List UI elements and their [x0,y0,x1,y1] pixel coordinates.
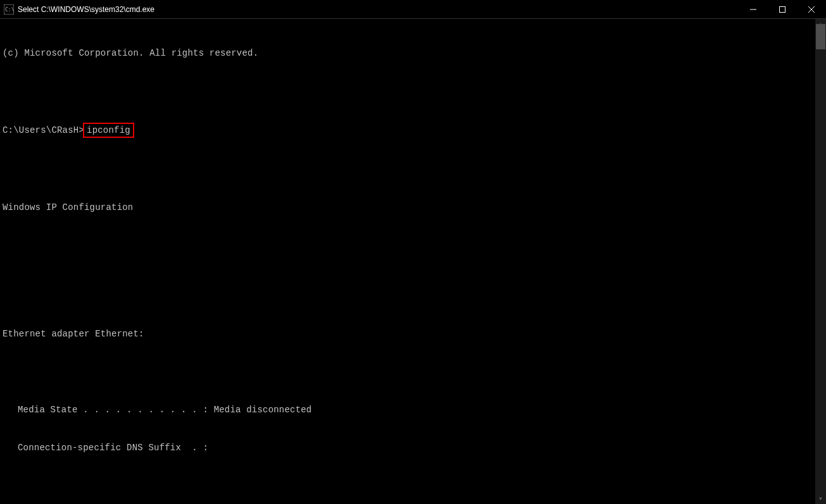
blank-line [3,479,826,492]
command-highlight: ipconfig [83,123,134,138]
dns-suffix-line: Connection-specific DNS Suffix . : [18,441,826,454]
blank-line [3,366,826,378]
maximize-button[interactable] [768,0,797,19]
blank-line [3,163,826,176]
blank-line [3,85,826,97]
titlebar: C:\ Select C:\WINDOWS\system32\cmd.exe [0,0,826,19]
titlebar-left: C:\ Select C:\WINDOWS\system32\cmd.exe [4,4,154,15]
media-state-line: Media State . . . . . . . . . . . : Medi… [18,403,826,416]
svg-rect-3 [780,7,785,13]
blank-line [3,239,826,252]
close-button[interactable] [797,0,826,19]
prompt-line: C:\Users\CRasH>ipconfig [3,123,826,138]
minimize-button[interactable] [739,0,768,19]
adapter-title: Ethernet adapter Ethernet: [3,328,826,340]
scroll-down-arrow-icon[interactable]: ▼ [815,493,826,504]
window-title: Select C:\WINDOWS\system32\cmd.exe [18,5,154,14]
cmd-icon: C:\ [4,4,14,15]
svg-text:C:\: C:\ [5,7,14,13]
scroll-thumb[interactable] [816,24,825,49]
window-controls [739,0,826,18]
vertical-scrollbar[interactable]: ▲ ▼ [815,19,826,504]
ipconfig-header: Windows IP Configuration [3,201,826,214]
prompt-text: C:\Users\CRasH> [3,125,84,135]
copyright-line: (c) Microsoft Corporation. All rights re… [3,47,826,59]
blank-line [3,277,826,290]
terminal-output[interactable]: (c) Microsoft Corporation. All rights re… [0,19,826,504]
